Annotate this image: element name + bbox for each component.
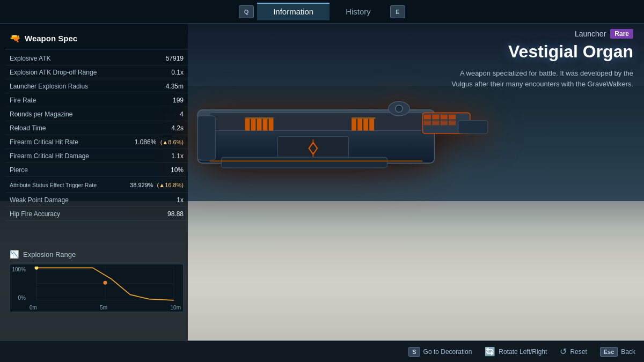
spec-label: Pierce xyxy=(10,166,28,174)
bonus-value: (▲8.6%) xyxy=(160,139,184,145)
svg-rect-12 xyxy=(257,119,262,130)
spec-value: 1.086% (▲8.6%) xyxy=(135,138,184,146)
y-label-0: 0% xyxy=(18,295,26,301)
svg-rect-20 xyxy=(357,119,362,130)
spec-label: Fire Rate xyxy=(10,97,36,104)
info-tab-group[interactable]: Q Information xyxy=(239,3,330,20)
spec-label: Launcher Explosion Radius xyxy=(10,83,88,90)
spec-label: Firearm Critical Hit Rate xyxy=(10,138,78,146)
spec-value: 1.1x xyxy=(171,152,184,160)
bottom-bar: S Go to Decoration 🔄 Rotate Left/Right ↺… xyxy=(0,341,644,362)
decoration-label: Go to Decoration xyxy=(423,348,472,356)
esc-key: Esc xyxy=(600,347,618,357)
action-decoration: S Go to Decoration xyxy=(408,347,472,357)
back-label: Back xyxy=(621,348,635,356)
reset-icon: ↺ xyxy=(560,346,567,357)
explosion-range-section: 📉 Explosion Range 100% 0% xyxy=(5,247,188,314)
svg-point-6 xyxy=(35,267,39,270)
spec-row-hipfire: Hip Fire Accuracy 98.88 xyxy=(5,207,188,221)
spec-label: Reload Time xyxy=(10,124,46,132)
spec-value: 38.929% (▲16.8%) xyxy=(130,182,184,188)
spec-row-fire-rate: Fire Rate 199 xyxy=(5,93,188,107)
spec-value: 4.35m xyxy=(166,83,184,90)
svg-point-7 xyxy=(104,281,107,285)
spec-label: Explosion ATK Drop-off Range xyxy=(10,69,97,76)
svg-rect-30 xyxy=(441,121,448,125)
action-back[interactable]: Esc Back xyxy=(600,347,635,357)
bonus-value: (▲16.8%) xyxy=(157,182,184,188)
chart-icon: 📉 xyxy=(10,250,19,258)
svg-rect-11 xyxy=(251,119,256,130)
svg-rect-27 xyxy=(449,115,456,120)
spec-value: 4 xyxy=(180,110,184,118)
svg-rect-34 xyxy=(221,157,387,168)
q-key: Q xyxy=(239,5,254,18)
svg-rect-24 xyxy=(424,115,431,120)
spec-header: 🔫 Weapon Spec xyxy=(5,29,188,49)
explosion-range-header: 📉 Explosion Range xyxy=(5,247,188,262)
svg-rect-10 xyxy=(245,119,250,130)
x-label-5m: 5m xyxy=(100,305,107,311)
e-key: E xyxy=(390,5,405,18)
weapon-name: Vestigial Organ xyxy=(451,42,633,62)
spec-label: Firearm Critical Hit Damage xyxy=(10,152,89,160)
weapon-type-line: Launcher Rare xyxy=(451,29,633,39)
tab-information[interactable]: Information xyxy=(257,3,330,20)
rarity-badge: Rare xyxy=(610,29,633,39)
spec-value: 4.2s xyxy=(171,124,184,132)
svg-rect-19 xyxy=(352,119,356,130)
spec-title: Weapon Spec xyxy=(25,34,77,43)
gun-icon: 🔫 xyxy=(10,33,20,43)
rotate-icon: 🔄 xyxy=(485,346,495,357)
svg-rect-25 xyxy=(432,115,439,120)
spec-row-crit-dmg: Firearm Critical Hit Damage 1.1x xyxy=(5,149,188,163)
svg-rect-38 xyxy=(245,117,274,119)
chart-x-labels: 0m 5m 10m xyxy=(30,305,181,311)
weapon-type: Launcher xyxy=(575,29,606,38)
spec-row-magazine: Rounds per Magazine 4 xyxy=(5,107,188,121)
spec-label: Hip Fire Accuracy xyxy=(10,210,60,218)
spec-value: 57919 xyxy=(166,55,184,62)
svg-rect-14 xyxy=(269,119,274,130)
svg-rect-26 xyxy=(441,115,448,120)
tab-history[interactable]: History xyxy=(330,3,387,20)
svg-rect-39 xyxy=(352,117,375,119)
s-key: S xyxy=(408,347,420,357)
svg-rect-21 xyxy=(363,119,368,130)
svg-rect-35 xyxy=(209,160,422,162)
spec-row-status: Attribute Status Effect Trigger Rate 38.… xyxy=(5,177,188,193)
svg-rect-9 xyxy=(209,113,422,130)
spec-label: Weak Point Damage xyxy=(10,196,69,204)
spec-value: 98.88 xyxy=(167,210,184,218)
rotate-label: Rotate Left/Right xyxy=(499,348,547,356)
spec-row-pierce: Pierce 10% xyxy=(5,163,188,177)
chart-svg xyxy=(30,267,181,301)
spec-value: 1x xyxy=(177,196,184,204)
weapon-svg xyxy=(150,54,494,225)
chart-area xyxy=(30,267,181,301)
reset-label: Reset xyxy=(570,348,587,356)
spec-value: 199 xyxy=(173,97,184,104)
spec-row-crit-rate: Firearm Critical Hit Rate 1.086% (▲8.6%) xyxy=(5,135,188,149)
y-label-100: 100% xyxy=(12,267,26,272)
chart-container: 100% 0% 0m 5m 10m xyxy=(10,264,184,312)
action-rotate: 🔄 Rotate Left/Right xyxy=(485,346,547,357)
svg-point-37 xyxy=(396,105,402,112)
spec-row-dropoff: Explosion ATK Drop-off Range 0.1x xyxy=(5,65,188,79)
spec-value: 0.1x xyxy=(171,69,184,76)
svg-rect-13 xyxy=(263,119,268,130)
weapon-spec-panel: 🔫 Weapon Spec Explosive ATK 57919 Explos… xyxy=(5,29,188,221)
spec-row-explosive-atk: Explosive ATK 57919 xyxy=(5,51,188,65)
x-label-10m: 10m xyxy=(171,305,181,311)
nav-tabs: Q Information History E xyxy=(239,3,405,20)
history-tab-group[interactable]: History E xyxy=(330,3,405,20)
weapon-display xyxy=(150,54,494,225)
weapon-description: A weapon specialized for battle. It was … xyxy=(451,68,633,89)
spec-label: Explosive ATK xyxy=(10,55,50,62)
svg-rect-32 xyxy=(458,121,488,134)
svg-rect-33 xyxy=(197,116,215,160)
spec-row-reload: Reload Time 4.2s xyxy=(5,121,188,135)
right-info-panel: Launcher Rare Vestigial Organ A weapon s… xyxy=(451,29,633,89)
x-label-0m: 0m xyxy=(30,305,37,311)
svg-rect-31 xyxy=(449,121,456,125)
